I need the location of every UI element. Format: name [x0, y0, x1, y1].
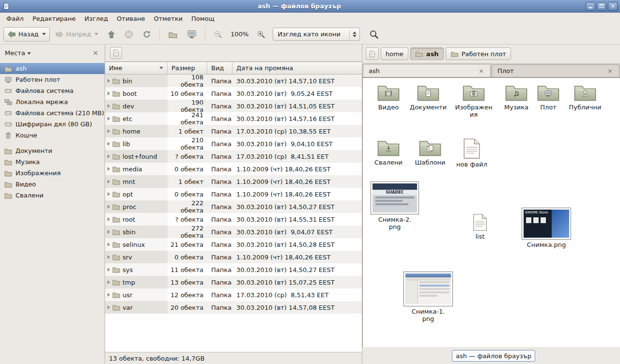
tree-row-lost+found[interactable]: lost+found? обектаПапка17.03.2010 (ср) 8… [105, 150, 362, 163]
icon-item-шаблони[interactable]: Шаблони [410, 138, 450, 167]
icon-item-свалени[interactable]: Свалени [370, 138, 407, 167]
expander-icon[interactable] [108, 293, 110, 297]
tab-close-icon[interactable]: × [478, 67, 485, 75]
expander-icon[interactable] [108, 280, 110, 284]
expander-icon[interactable] [108, 217, 110, 221]
menu-item-редактиране[interactable]: Редактиране [28, 14, 80, 24]
sidebar-item-ash[interactable]: ash [0, 63, 105, 74]
expander-icon[interactable] [108, 117, 110, 121]
path-button-desktop[interactable]: Работен плот [446, 47, 511, 60]
tab-close-icon[interactable]: × [606, 67, 614, 75]
menu-item-изглед[interactable]: Изглед [80, 14, 112, 24]
up-button[interactable] [104, 27, 119, 42]
sidebar-item-свалени[interactable]: Свалени [0, 190, 105, 201]
column-header-size[interactable]: Размер [168, 62, 207, 75]
sidebar-item-шифриран-дял-80-gb-[interactable]: Шифриран дял (80 GB) [0, 119, 105, 130]
tab-desktop[interactable]: Плот × [492, 64, 620, 77]
tree-row-srv[interactable]: srv0 обектаПапка1.10.2009 (чт) 18,40,26 … [105, 251, 362, 263]
sidebar-item-кошче[interactable]: Кошче [0, 130, 105, 141]
zoom-out-button[interactable] [210, 27, 226, 42]
expander-icon[interactable] [108, 129, 110, 133]
tree-row-sys[interactable]: sys11 обектаПапка30.03.2010 (вт) 14,50,2… [105, 263, 362, 276]
menu-item-помощ[interactable]: Помощ [187, 14, 219, 24]
places-selector-arrow[interactable] [27, 52, 31, 55]
expander-icon[interactable] [108, 180, 110, 183]
tree-row-selinux[interactable]: selinux21 обектаПапка30.03.2010 (вт) 14,… [105, 238, 362, 251]
tree-row-tmp[interactable]: tmp13 обектаПапка30.03.2010 (вт) 15,07,2… [105, 276, 362, 288]
sidebar-item-музика[interactable]: Музика [0, 156, 105, 167]
tree-row-sbin[interactable]: sbin272 обектаПапка30.03.2010 (вт) 9,04,… [105, 226, 362, 238]
icon-item-изображения[interactable]: Изображения [451, 83, 496, 119]
sidebar-item-файлова-система-210-mb-[interactable]: Файлова система (210 MB) [0, 107, 105, 119]
path-button-ash[interactable]: ash [410, 47, 444, 60]
view-mode-spinner[interactable] [349, 30, 356, 39]
icon-view[interactable]: ВидеоДокументиИзображенияМузикаПлотПубли… [362, 77, 620, 347]
icon-item-документи[interactable]: Документи [408, 83, 449, 111]
tree-row-etc[interactable]: etc241 обектаПапка30.03.2010 (вт) 14,57,… [105, 112, 362, 125]
icon-item-публични[interactable]: Публични [565, 83, 605, 111]
tree-row-boot[interactable]: boot10 обектаПапка30.03.2010 (вт) 9,05,2… [105, 87, 362, 100]
forward-dropdown-arrow[interactable] [94, 33, 98, 35]
expander-icon[interactable] [108, 268, 110, 272]
expander-icon[interactable] [108, 79, 110, 83]
search-button[interactable] [365, 27, 383, 42]
reload-button[interactable] [139, 27, 155, 42]
expander-icon[interactable] [108, 91, 110, 95]
menu-item-отиване[interactable]: Отиване [112, 14, 149, 24]
tree-row-var[interactable]: var20 обектаПапка30.03.2010 (вт) 14,57,0… [105, 301, 362, 314]
forward-button[interactable]: Напред [51, 27, 102, 42]
icon-item-видео[interactable]: Видео [370, 83, 407, 111]
icon-item-list[interactable]: list [465, 213, 496, 241]
pathbar-toggle-button[interactable] [366, 47, 379, 60]
tree-row-home[interactable]: home1 обектПапка17.03.2010 (ср) 10,38,55… [105, 125, 362, 137]
icon-item-снимка-2-png[interactable]: GUADEC Снимка-2.png [370, 182, 420, 231]
sidebar-item-видео[interactable]: Видео [0, 179, 105, 190]
expander-icon[interactable] [108, 142, 110, 146]
menu-item-отметки[interactable]: Отметки [149, 14, 186, 24]
back-dropdown-arrow[interactable] [42, 33, 46, 35]
icon-item-снимка-1-png[interactable]: Снимка-1.png [402, 272, 455, 323]
minimize-button[interactable] [586, 2, 595, 11]
path-button-home[interactable]: home [381, 47, 408, 60]
expander-icon[interactable] [108, 205, 110, 209]
sidebar-item-файлова-система[interactable]: Файлова система [0, 85, 105, 96]
tree-row-media[interactable]: media0 обектаПапка1.10.2009 (чт) 18,40,2… [105, 163, 362, 175]
tab-ash[interactable]: ash × [363, 64, 491, 77]
sidebar-item-изображения[interactable]: Изображения [0, 167, 105, 179]
stop-button[interactable] [121, 27, 137, 42]
expander-icon[interactable] [108, 305, 110, 309]
view-mode-select[interactable]: Изглед като икони [273, 28, 360, 41]
tree-row-opt[interactable]: opt0 обектаПапка1.10.2009 (чт) 18,40,26 … [105, 188, 362, 200]
icon-item-снимка-png[interactable]: GNOME Store Снимка.png [520, 208, 573, 249]
tree-row-bin[interactable]: bin108 обектаПапка30.03.2010 (вт) 14,57,… [105, 75, 362, 87]
tree-row-usr[interactable]: usr12 обектаПапка17.03.2010 (ср) 8,51,43… [105, 288, 362, 301]
maximize-button[interactable] [597, 2, 606, 11]
column-header-name[interactable]: Име [105, 62, 168, 75]
sidebar-item-локална-мрежа[interactable]: Локална мрежа [0, 96, 105, 107]
tree-row-dev[interactable]: dev190 обектаПапка30.03.2010 (вт) 14,51,… [105, 100, 362, 112]
close-button[interactable]: × [608, 2, 618, 11]
task-tooltip[interactable]: ash — файлов браузър [452, 350, 535, 362]
tree-row-proc[interactable]: proc222 обектаПапка30.03.2010 (вт) 14,50… [105, 200, 362, 213]
sidebar-item-документи[interactable]: Документи [0, 145, 105, 156]
expander-icon[interactable] [108, 230, 110, 234]
tree-row-lib[interactable]: lib210 обектаПапка30.03.2010 (вт) 9,04,1… [105, 137, 362, 150]
expander-icon[interactable] [108, 104, 110, 108]
home-folder-button[interactable] [164, 27, 182, 42]
computer-button[interactable] [183, 27, 201, 42]
icon-item-нов-файл[interactable]: нов файл [452, 138, 491, 168]
icon-item-музика[interactable]: Музика [498, 83, 535, 111]
expander-icon[interactable] [108, 154, 110, 158]
tree-row-mnt[interactable]: mnt1 обектПапка1.10.2009 (чт) 18,40,26 E… [105, 175, 362, 188]
places-close-icon[interactable]: × [91, 49, 100, 57]
sidebar-item-работен-плот[interactable]: Работен плот [0, 74, 105, 85]
location-toggle-button[interactable] [110, 47, 122, 59]
back-button[interactable]: Назад [3, 27, 50, 42]
expander-icon[interactable] [108, 192, 110, 196]
column-header-type[interactable]: Вид [207, 62, 232, 75]
tree-row-root[interactable]: root? обектаПапка30.03.2010 (вт) 14,55,3… [105, 213, 362, 226]
expander-icon[interactable] [108, 167, 110, 171]
expander-icon[interactable] [108, 243, 110, 246]
zoom-in-button[interactable] [253, 27, 269, 42]
menu-item-файл[interactable]: Файл [2, 14, 28, 24]
